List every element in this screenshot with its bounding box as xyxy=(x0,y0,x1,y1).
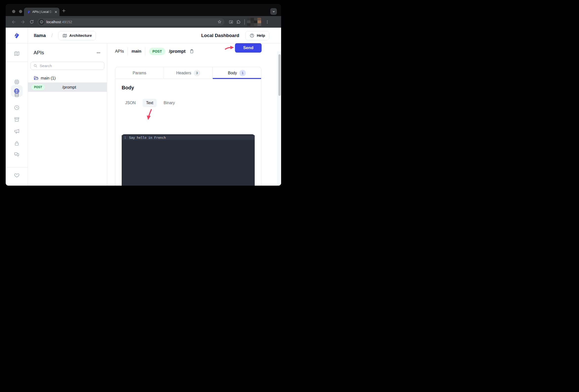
request-tabs: Params Headers 3 Body 1 xyxy=(115,67,261,79)
clock-icon[interactable] xyxy=(14,105,20,111)
question-circle-icon xyxy=(250,33,254,38)
tab-strip: APIs | Local Dashboard | Nitric xyxy=(6,4,281,16)
help-label: Help xyxy=(257,33,265,38)
side-panel-icon[interactable] xyxy=(227,18,235,26)
menu-dots-icon[interactable] xyxy=(264,18,271,26)
apis-panel: APIs main (1) POST /prompt xyxy=(28,43,107,186)
reload-icon[interactable] xyxy=(28,18,35,26)
body-section-title: Body xyxy=(122,85,255,91)
request-card: Params Headers 3 Body 1 Body JSON Text B… xyxy=(115,67,261,186)
nitric-dashboard: llama / Architecture Local Dashboard Hel… xyxy=(6,28,281,186)
api-group-label: main (1) xyxy=(41,76,56,80)
address-bar[interactable]: localhost:49152 xyxy=(37,18,224,26)
tab-headers[interactable]: Headers 3 xyxy=(164,67,213,79)
headers-count-badge: 3 xyxy=(194,70,200,76)
site-info-icon[interactable] xyxy=(39,19,44,25)
extensions-puzzle-icon[interactable] xyxy=(235,18,242,26)
bookmark-star-icon[interactable] xyxy=(217,19,222,24)
tab-search-chevron-icon[interactable] xyxy=(270,8,277,15)
copy-clipboard-icon[interactable] xyxy=(189,49,194,54)
api-group-main[interactable]: main (1) xyxy=(34,76,56,81)
panel-title: APIs xyxy=(34,50,44,56)
format-tab-json[interactable]: JSON xyxy=(122,99,139,107)
request-bar: APIs main POST /prompt xyxy=(115,47,194,56)
tab-params[interactable]: Params xyxy=(115,67,164,79)
divider xyxy=(145,47,145,56)
browser-window: APIs | Local Dashboard | Nitric localhos… xyxy=(6,4,281,186)
format-tab-binary[interactable]: Binary xyxy=(160,99,178,107)
breadcrumb: llama / Architecture xyxy=(34,28,96,43)
request-path: /prompt xyxy=(169,49,186,54)
search-input[interactable] xyxy=(40,64,101,68)
request-group-label: main xyxy=(132,49,142,54)
scrollbar-thumb[interactable] xyxy=(278,54,281,96)
toolbar-divider xyxy=(244,19,245,25)
tab-close-icon[interactable] xyxy=(54,10,58,13)
map-icon xyxy=(63,33,67,38)
line-number: 1 xyxy=(122,136,129,140)
body-format-tabs: JSON Text Binary xyxy=(122,99,255,107)
map-icon[interactable] xyxy=(14,51,20,57)
new-tab-button[interactable] xyxy=(62,8,66,13)
chat-icon[interactable] xyxy=(14,152,20,157)
tab-body[interactable]: Body 1 xyxy=(213,67,261,79)
divider xyxy=(128,47,128,56)
megaphone-icon[interactable] xyxy=(14,128,20,134)
annotation-arrow-send xyxy=(225,45,234,50)
cpu-icon[interactable] xyxy=(14,79,20,85)
tab-label: Params xyxy=(133,71,146,75)
nitric-logo-icon[interactable] xyxy=(6,28,28,43)
architecture-button[interactable]: Architecture xyxy=(58,31,96,40)
profile-avatar[interactable] xyxy=(247,18,261,26)
request-method-badge: POST xyxy=(149,48,165,55)
architecture-label: Architecture xyxy=(69,33,92,38)
forward-icon[interactable] xyxy=(19,18,26,26)
format-tab-text[interactable]: Text xyxy=(143,99,157,107)
editor-active-line[interactable]: 1 Say hello in French xyxy=(122,135,255,140)
lock-icon[interactable] xyxy=(14,141,20,146)
project-name: llama xyxy=(34,33,46,38)
body-count-badge: 1 xyxy=(239,70,246,76)
tab-label: Headers xyxy=(176,71,191,75)
method-badge: POST xyxy=(31,84,45,90)
tab-label: Body xyxy=(228,71,237,75)
endpoint-path: /prompt xyxy=(45,85,93,90)
back-icon[interactable] xyxy=(10,18,17,26)
help-button[interactable]: Help xyxy=(245,31,269,40)
ellipsis-menu-icon[interactable] xyxy=(96,50,101,56)
database-icon[interactable] xyxy=(14,91,20,97)
editor-content: Say hello in French xyxy=(129,136,166,140)
page-title: Local Dashboard xyxy=(201,33,239,38)
url-text[interactable]: localhost:49152 xyxy=(46,20,215,24)
favicon-nitric-logo-icon xyxy=(27,10,31,14)
breadcrumb-separator: / xyxy=(51,32,53,39)
active-tab-underline xyxy=(213,78,261,79)
request-root-label: APIs xyxy=(115,49,124,54)
archive-icon[interactable] xyxy=(14,117,20,122)
page-scrollbar[interactable] xyxy=(277,51,281,186)
annotation-arrow-text xyxy=(146,109,152,120)
send-button[interactable]: Send xyxy=(235,43,262,53)
search-icon xyxy=(33,64,38,68)
folder-open-icon xyxy=(34,76,39,81)
browser-toolbar: localhost:49152 xyxy=(6,16,281,28)
endpoint-row-prompt[interactable]: POST /prompt xyxy=(28,82,107,92)
heart-icon[interactable] xyxy=(14,172,20,178)
browser-tab[interactable]: APIs | Local Dashboard | Nitric xyxy=(24,8,60,16)
app-header: llama / Architecture Local Dashboard Hel… xyxy=(6,28,281,43)
tab-title: APIs | Local Dashboard | Nitric xyxy=(32,10,53,13)
body-editor[interactable]: 1 Say hello in French xyxy=(122,134,255,186)
nav-rail xyxy=(6,43,28,186)
search-box xyxy=(30,62,104,70)
